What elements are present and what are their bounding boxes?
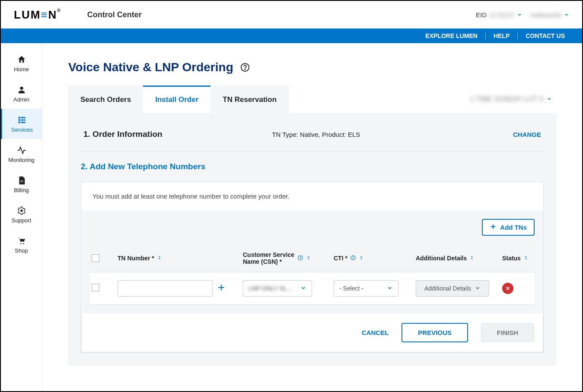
sort-icon xyxy=(523,255,529,262)
order-panel: 1. Order Information TN Type: Native, Pr… xyxy=(68,113,556,365)
tn-instruction: You must add at least one telephone numb… xyxy=(81,182,543,210)
csn-value: LNP ONLY SL... xyxy=(248,285,292,292)
list-icon xyxy=(17,115,27,125)
step1-title: 1. Order Information xyxy=(83,130,162,139)
tn-section: You must add at least one telephone numb… xyxy=(81,182,544,353)
tn-number-cell xyxy=(118,280,239,297)
eid-dropdown[interactable]: EID 1175272 xyxy=(476,11,522,19)
sidebar-item-services[interactable]: Services xyxy=(1,109,42,139)
cart-icon xyxy=(17,236,26,246)
cti-select[interactable]: - Select - xyxy=(334,280,398,297)
tn-number-input[interactable] xyxy=(118,280,213,297)
tab-install-order[interactable]: Install Order xyxy=(143,85,210,113)
chevron-down-icon xyxy=(547,95,552,103)
sidebar-item-shop[interactable]: Shop xyxy=(1,230,42,260)
step1-subtitle: TN Type: Native, Product: ELS xyxy=(272,131,360,138)
sidebar-item-label: Shop xyxy=(15,247,28,254)
sort-icon xyxy=(306,255,312,262)
svg-point-0 xyxy=(20,86,23,89)
info-icon[interactable] xyxy=(297,255,303,262)
th-label: Status xyxy=(502,255,521,262)
chevron-down-icon xyxy=(564,11,569,19)
top-header: LUM≡N® Control Center EID 1175272 mattwo… xyxy=(1,1,582,28)
svg-point-3 xyxy=(19,119,20,121)
contact-link[interactable]: CONTACT US xyxy=(518,32,565,39)
svg-point-19 xyxy=(353,256,353,257)
sidebar-item-label: Home xyxy=(14,66,29,73)
svg-rect-2 xyxy=(21,117,25,118)
sidebar-item-admin[interactable]: Admin xyxy=(1,79,42,109)
th-label: CTI * xyxy=(334,255,347,262)
row-checkbox-cell xyxy=(92,284,113,293)
th-label: Customer Service Name (CSN) * xyxy=(243,251,295,265)
sidebar-item-home[interactable]: Home xyxy=(1,48,42,79)
step-order-information: 1. Order Information TN Type: Native, Pr… xyxy=(81,125,544,152)
svg-point-9 xyxy=(23,243,24,244)
additional-details-button[interactable]: Additional Details xyxy=(416,280,489,297)
add-tns-label: Add TNs xyxy=(500,224,527,231)
sidebar: Home Admin Services Monitoring Billing xyxy=(1,43,42,391)
svg-point-1 xyxy=(19,117,20,118)
user-icon xyxy=(17,85,26,95)
add-tns-button[interactable]: Add TNs xyxy=(482,219,535,236)
account-selector[interactable]: 1 TIME SUNDAY LOT 3 xyxy=(470,95,556,103)
plus-icon xyxy=(490,223,497,231)
step2-title: 2. Add New Telephone Numbers xyxy=(81,162,544,171)
home-icon xyxy=(17,55,26,64)
username: mattworeki xyxy=(530,11,561,19)
finish-button: FINISH xyxy=(481,323,534,342)
app-name: Control Center xyxy=(87,10,142,19)
status-cell xyxy=(502,283,554,294)
tn-table: TN Number * Customer Service Name (CSN) … xyxy=(81,236,543,313)
sidebar-item-label: Billing xyxy=(14,187,29,193)
checkbox[interactable] xyxy=(92,284,99,291)
table-row: LNP ONLY SL... - Select - Additional Det… xyxy=(90,272,535,305)
eid-label: EID xyxy=(476,11,487,19)
th-cti[interactable]: CTI * xyxy=(334,255,411,262)
svg-point-7 xyxy=(20,209,23,212)
th-status[interactable]: Status xyxy=(502,255,554,262)
th-additional-details[interactable]: Additional Details xyxy=(416,255,498,262)
sidebar-item-label: Monitoring xyxy=(8,157,35,163)
tab-tn-reservation[interactable]: TN Reservation xyxy=(210,85,289,113)
addl-label: Additional Details xyxy=(424,285,471,292)
sort-icon xyxy=(157,255,163,262)
sidebar-item-label: Support xyxy=(12,217,32,224)
file-icon xyxy=(17,176,26,185)
th-label: TN Number * xyxy=(118,255,154,262)
tab-search-orders[interactable]: Search Orders xyxy=(68,85,143,113)
svg-point-8 xyxy=(20,243,21,244)
th-csn[interactable]: Customer Service Name (CSN) * xyxy=(243,251,329,265)
cti-value: - Select - xyxy=(339,285,363,292)
sort-icon xyxy=(359,255,365,262)
svg-point-11 xyxy=(245,69,245,70)
explore-link[interactable]: EXPLORE LUMEN xyxy=(417,32,486,39)
eid-value: 1175272 xyxy=(489,11,514,19)
user-dropdown[interactable]: mattworeki xyxy=(530,11,569,19)
tabs: Search Orders Install Order TN Reservati… xyxy=(68,85,556,113)
select-all-header[interactable] xyxy=(92,254,113,262)
help-link[interactable]: HELP xyxy=(486,32,518,39)
cancel-button[interactable]: CANCEL xyxy=(362,329,389,336)
change-button[interactable]: CHANGE xyxy=(513,131,541,138)
utility-nav: EXPLORE LUMEN HELP CONTACT US xyxy=(1,28,582,43)
sidebar-item-support[interactable]: Support xyxy=(1,199,42,230)
checkbox[interactable] xyxy=(92,254,99,262)
chevron-down-icon xyxy=(475,285,481,292)
sort-icon xyxy=(469,255,475,262)
sidebar-item-billing[interactable]: Billing xyxy=(1,169,42,199)
add-row-button[interactable] xyxy=(217,282,226,294)
help-icon[interactable] xyxy=(240,63,250,72)
csn-select[interactable]: LNP ONLY SL... xyxy=(243,280,312,297)
chevron-down-icon xyxy=(300,285,306,292)
sidebar-item-monitoring[interactable]: Monitoring xyxy=(1,139,42,169)
action-bar: CANCEL PREVIOUS FINISH xyxy=(81,313,543,352)
table-header: TN Number * Customer Service Name (CSN) … xyxy=(90,244,535,272)
th-tn-number[interactable]: TN Number * xyxy=(118,255,239,262)
svg-point-16 xyxy=(300,256,300,257)
content-area: Voice Native & LNP Ordering Search Order… xyxy=(42,43,582,391)
previous-button[interactable]: PREVIOUS xyxy=(401,323,468,342)
svg-point-5 xyxy=(19,121,20,123)
info-icon[interactable] xyxy=(350,255,356,262)
page-title: Voice Native & LNP Ordering xyxy=(68,60,556,74)
